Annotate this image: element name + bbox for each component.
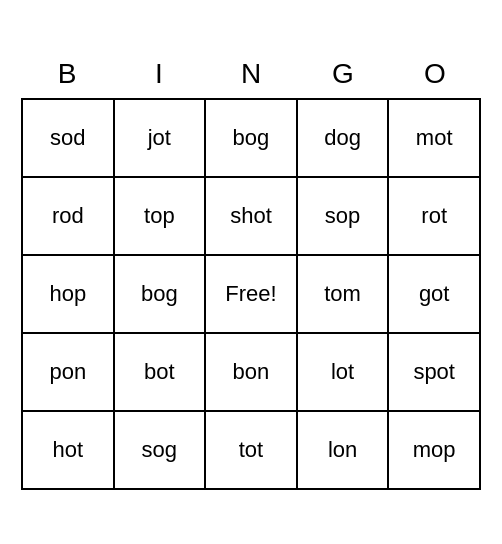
table-row: hopbogFree!tomgot — [22, 255, 480, 333]
grid-cell[interactable]: hot — [22, 411, 114, 489]
grid-cell[interactable]: pon — [22, 333, 114, 411]
grid-cell[interactable]: spot — [388, 333, 480, 411]
bingo-card: B I N G O sodjotbogdogmotrodtopshotsopro… — [21, 54, 481, 490]
grid-cell[interactable]: Free! — [205, 255, 297, 333]
header-i: I — [113, 54, 205, 94]
grid-cell[interactable]: tot — [205, 411, 297, 489]
grid-cell[interactable]: jot — [114, 99, 206, 177]
grid-cell[interactable]: tom — [297, 255, 389, 333]
grid-cell[interactable]: rot — [388, 177, 480, 255]
grid-cell[interactable]: bot — [114, 333, 206, 411]
grid-cell[interactable]: shot — [205, 177, 297, 255]
header-o: O — [389, 54, 481, 94]
grid-cell[interactable]: mot — [388, 99, 480, 177]
bingo-header: B I N G O — [21, 54, 481, 94]
grid-cell[interactable]: dog — [297, 99, 389, 177]
grid-cell[interactable]: hop — [22, 255, 114, 333]
table-row: rodtopshotsoprot — [22, 177, 480, 255]
table-row: sodjotbogdogmot — [22, 99, 480, 177]
grid-cell[interactable]: lon — [297, 411, 389, 489]
grid-cell[interactable]: rod — [22, 177, 114, 255]
table-row: hotsogtotlonmop — [22, 411, 480, 489]
grid-cell[interactable]: top — [114, 177, 206, 255]
grid-cell[interactable]: sop — [297, 177, 389, 255]
bingo-grid: sodjotbogdogmotrodtopshotsoprothopbogFre… — [21, 98, 481, 490]
grid-cell[interactable]: got — [388, 255, 480, 333]
grid-cell[interactable]: bon — [205, 333, 297, 411]
header-b: B — [21, 54, 113, 94]
grid-cell[interactable]: sog — [114, 411, 206, 489]
grid-cell[interactable]: bog — [205, 99, 297, 177]
table-row: ponbotbonlotspot — [22, 333, 480, 411]
header-g: G — [297, 54, 389, 94]
grid-cell[interactable]: lot — [297, 333, 389, 411]
grid-cell[interactable]: bog — [114, 255, 206, 333]
header-n: N — [205, 54, 297, 94]
grid-cell[interactable]: sod — [22, 99, 114, 177]
grid-cell[interactable]: mop — [388, 411, 480, 489]
